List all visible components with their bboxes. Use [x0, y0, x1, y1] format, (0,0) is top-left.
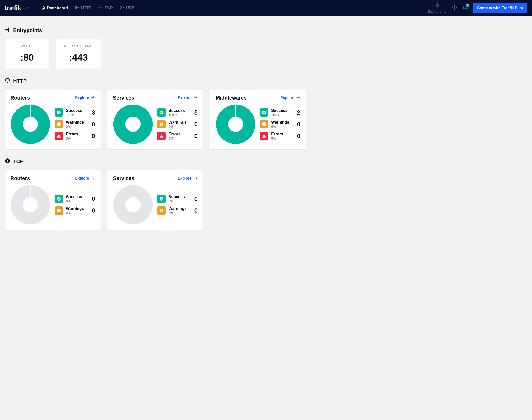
- section-http-title: HTTP: [13, 78, 27, 84]
- stat-count: 0: [295, 133, 300, 140]
- stat-count: 2: [295, 109, 300, 116]
- stat-pct: 0%: [168, 125, 190, 128]
- svg-rect-41: [161, 210, 162, 211]
- stat-success-row: Success100% 5: [157, 108, 198, 117]
- stat-warnings-row: Warnings0% 0: [55, 206, 95, 215]
- stat-count: 3: [90, 109, 95, 116]
- stat-count: 0: [90, 195, 95, 203]
- http-middlewares-card: Middlewares Explore Success100% 2: [210, 90, 306, 150]
- svg-rect-11: [59, 125, 59, 125]
- svg-point-8: [57, 111, 61, 115]
- stat-pct: 0%: [66, 199, 87, 203]
- stat-label: Success: [66, 108, 87, 113]
- entrypoint-name: WEBSECURE: [58, 44, 99, 48]
- entrypoint-card-websecure[interactable]: WEBSECURE :443: [56, 39, 101, 69]
- stat-pct: 0%: [168, 199, 190, 203]
- section-tcp-header: TCP: [5, 158, 527, 165]
- stat-label: Warnings: [168, 120, 190, 125]
- nav-tabs: Dashboard HTTP TCP UDP: [41, 5, 134, 11]
- home-icon: [41, 5, 45, 11]
- svg-rect-19: [161, 125, 162, 125]
- error-triangle-icon: [157, 132, 166, 140]
- arrow-right-icon: [296, 96, 300, 100]
- entrypoint-port: :80: [7, 52, 47, 63]
- stat-count: 0: [295, 121, 300, 128]
- section-http-header: HTTP: [5, 77, 527, 85]
- explore-label: Explore: [75, 176, 89, 180]
- check-circle-icon: [260, 108, 268, 117]
- stat-label: Warnings: [66, 206, 87, 211]
- notifications-button[interactable]: 1: [462, 5, 468, 11]
- globe-icon: [74, 5, 79, 11]
- arrow-right-icon: [91, 176, 95, 180]
- stat-count: 0: [90, 207, 95, 214]
- warning-circle-icon: [55, 206, 63, 215]
- nav-udp[interactable]: UDP: [119, 5, 134, 11]
- bell-icon: [462, 7, 468, 11]
- stat-label: Success: [168, 195, 190, 199]
- stat-count: 0: [193, 195, 198, 203]
- stat-pct: 100%: [271, 113, 292, 117]
- nav-dashboard[interactable]: Dashboard: [41, 5, 68, 11]
- explore-link[interactable]: Explore: [75, 96, 95, 100]
- error-triangle-icon: [55, 132, 63, 140]
- svg-rect-12: [59, 135, 59, 136]
- explore-link[interactable]: Explore: [280, 96, 300, 100]
- section-tcp-title: TCP: [13, 158, 24, 165]
- explore-label: Explore: [178, 96, 192, 100]
- svg-rect-20: [161, 135, 162, 136]
- entrypoint-name: WEB: [7, 44, 47, 48]
- error-triangle-icon: [260, 132, 268, 140]
- svg-rect-29: [264, 137, 264, 137]
- stat-pct: 0%: [168, 211, 190, 215]
- svg-rect-13: [59, 137, 59, 137]
- main-content: Entrypoints WEB :80 WEBSECURE :443 HTTP …: [0, 16, 532, 239]
- theme-toggle[interactable]: Dark theme: [428, 3, 447, 14]
- entrypoints-row: WEB :80 WEBSECURE :443: [5, 39, 527, 69]
- stat-label: Errors: [66, 132, 87, 136]
- entrypoint-card-web[interactable]: WEB :80: [5, 39, 49, 69]
- card-title: Services: [113, 175, 134, 181]
- globe-icon: [5, 77, 10, 85]
- nav-udp-label: UDP: [126, 6, 134, 10]
- explore-link[interactable]: Explore: [178, 176, 198, 180]
- stat-pct: 0%: [66, 211, 87, 215]
- explore-link[interactable]: Explore: [178, 96, 198, 100]
- help-icon: [452, 7, 457, 11]
- card-title: Routers: [10, 175, 30, 181]
- tcp-routers-card: Routers Explore Success0% 0 Warnin: [5, 170, 101, 230]
- nav-http[interactable]: HTTP: [74, 5, 91, 11]
- tcp-icon: [5, 158, 10, 165]
- http-routers-card: Routers Explore Success100% 3 Warn: [5, 90, 101, 150]
- connect-pilot-button[interactable]: Connect with Traefik Pilot: [473, 3, 527, 13]
- stat-pct: 0%: [66, 136, 87, 140]
- svg-point-16: [160, 111, 164, 115]
- udp-icon: [119, 5, 124, 11]
- card-title: Services: [113, 95, 134, 101]
- stat-pct: 100%: [66, 113, 87, 117]
- theme-toggle-label: Dark theme: [428, 9, 447, 14]
- nav-right: 1 Connect with Traefik Pilot: [452, 3, 527, 13]
- contrast-icon: [435, 3, 440, 8]
- stat-pct: 100%: [168, 113, 190, 117]
- stat-pct: 0%: [271, 125, 292, 128]
- nav-dashboard-label: Dashboard: [47, 6, 68, 10]
- stat-count: 0: [90, 133, 95, 140]
- card-title: Middlewares: [216, 95, 247, 101]
- svg-rect-18: [161, 123, 162, 124]
- svg-rect-42: [161, 211, 162, 212]
- tcp-card-row: Routers Explore Success0% 0 Warnin: [5, 170, 527, 230]
- warning-circle-icon: [55, 120, 63, 128]
- explore-link[interactable]: Explore: [75, 176, 95, 180]
- warning-circle-icon: [157, 206, 166, 215]
- stat-count: 0: [90, 121, 95, 128]
- svg-rect-28: [264, 135, 264, 136]
- warning-circle-icon: [157, 120, 166, 128]
- stat-errors-row: Errors0% 0: [55, 132, 95, 140]
- entrypoints-icon: [5, 27, 10, 34]
- nav-tcp[interactable]: TCP: [98, 5, 113, 11]
- help-button[interactable]: [452, 5, 457, 11]
- check-circle-icon: [55, 195, 63, 203]
- stat-success-row: Success0% 0: [55, 195, 95, 203]
- arrow-right-icon: [91, 96, 95, 100]
